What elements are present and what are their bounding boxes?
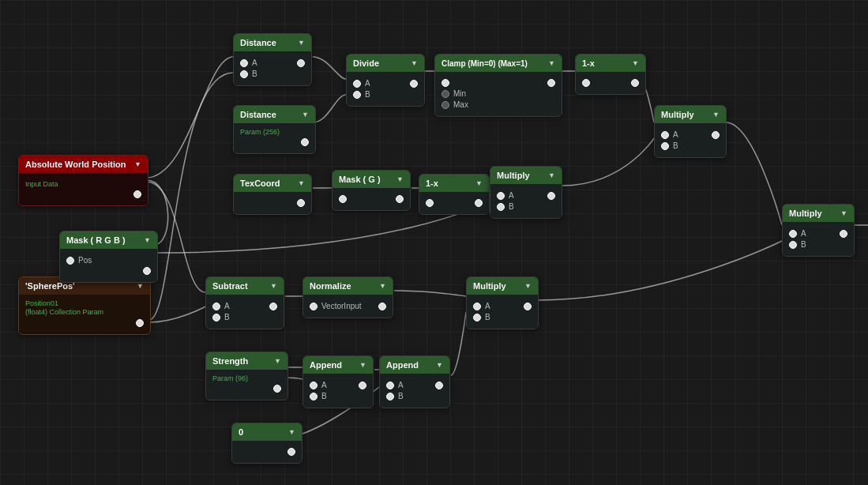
node-divide-out-port (410, 80, 418, 88)
node-multiply-right-b-row: B (661, 141, 720, 150)
node-spherepos-output (25, 319, 144, 327)
node-multiply-mid-a-label: A (485, 302, 490, 310)
node-multiply-mid-a-row: A (473, 302, 532, 310)
node-multiply-mid-a-port (473, 303, 481, 310)
node-texcoord-header: TexCoord ▼ (234, 175, 311, 192)
node-spherepos-arrow: ▼ (137, 282, 144, 290)
node-normalize-header: Normalize ▼ (303, 277, 393, 295)
node-clamp-body: Min Max (435, 72, 562, 116)
node-multiply-final-out-port (840, 230, 847, 238)
node-distance2-title: Distance (240, 110, 276, 119)
node-mask-g-arrow: ▼ (396, 175, 404, 183)
node-mask-rgb-body: Pos (60, 249, 157, 282)
node-clamp-title: Clamp (Min=0) (Max=1) (442, 59, 528, 68)
node-spherepos-out-port (136, 319, 144, 327)
node-clamp-out-port (547, 79, 555, 87)
node-append-b-label-a: A (398, 381, 404, 389)
node-awp-body: Input Data (19, 173, 148, 205)
node-multiply-final: Multiply ▼ A B (782, 204, 855, 257)
node-multiply-right-a-label: A (673, 130, 678, 139)
node-multiply-mid-b-row: B (473, 313, 532, 321)
node-one-minus-x1-title: 1-x (426, 179, 438, 188)
node-normalize-title: Normalize (310, 281, 351, 291)
node-append-a: Append ▼ A B (302, 355, 374, 408)
node-multiply-mid-body: A B (467, 295, 538, 329)
node-distance1-arrow: ▼ (298, 39, 305, 47)
node-multiply-right-header: Multiply ▼ (655, 106, 726, 123)
node-divide-b-port (353, 91, 361, 99)
node-one-minus-x1-body (419, 192, 489, 214)
node-divide-header: Divide ▼ (347, 55, 424, 72)
node-multiply-final-a-port (789, 230, 797, 238)
node-texcoord-body (234, 192, 311, 214)
node-distance1-title: Distance (240, 38, 276, 47)
node-append-a-label-b: B (321, 392, 327, 400)
node-multiply-top: Multiply ▼ A B (490, 166, 562, 219)
node-clamp-in-row (442, 79, 555, 87)
node-multiply-right-title: Multiply (661, 110, 694, 119)
node-multiply-right-b-label: B (673, 141, 678, 150)
node-multiply-top-b-port (497, 203, 505, 211)
node-multiply-top-a-label: A (509, 191, 514, 200)
node-append-b-header: Append ▼ (380, 356, 449, 374)
node-append-b-body: A B (380, 374, 449, 408)
node-divide-a-label: A (365, 79, 370, 88)
node-texcoord: TexCoord ▼ (233, 174, 312, 215)
node-distance1-out-port (297, 59, 305, 67)
node-clamp-min-port (442, 90, 449, 98)
node-texcoord-output (240, 199, 305, 207)
node-spherepos-body: Position01 (float4) Collection Param (19, 295, 150, 334)
node-divide-arrow: ▼ (411, 59, 418, 67)
node-strength-header: Strength ▼ (206, 352, 287, 370)
node-append-a-out-port (359, 382, 366, 389)
node-multiply-top-out-port (547, 192, 555, 200)
node-append-a-body: A B (303, 374, 373, 408)
node-subtract-b-port (212, 314, 220, 321)
node-multiply-top-a-port (497, 192, 505, 200)
node-distance1-a-row: A (240, 58, 305, 67)
node-mask-g-header: Mask ( G ) ▼ (333, 171, 410, 188)
node-multiply-final-body: A B (783, 222, 854, 256)
node-append-b-in-a (386, 382, 394, 389)
node-distance1-a-port (240, 59, 248, 67)
node-distance1-b-label: B (252, 70, 257, 78)
node-subtract-body: A B (206, 295, 284, 329)
node-strength-body: Param (96) (206, 370, 287, 400)
node-multiply-right-out-port (712, 131, 720, 139)
node-zero-title: 0 (239, 427, 243, 437)
node-strength-output (212, 385, 281, 393)
node-multiply-top-b-label: B (509, 202, 514, 211)
node-multiply-top-a-row: A (497, 191, 555, 200)
node-subtract-b-row: B (212, 313, 277, 321)
node-strength: Strength ▼ Param (96) (205, 352, 288, 400)
node-distance1-header: Distance ▼ (234, 34, 311, 51)
node-append-b-out-port (435, 382, 443, 389)
node-strength-out-port (273, 385, 281, 393)
node-awp-title: Absolute World Position (25, 160, 126, 169)
node-one-minus-x2-arrow: ▼ (632, 59, 639, 67)
node-multiply-mid-out-port (524, 303, 532, 310)
node-awp-arrow: ▼ (134, 160, 141, 168)
node-normalize-vi-row: VectorInput (310, 302, 386, 310)
node-distance2: Distance ▼ Param (256) (233, 105, 316, 154)
node-clamp-max-row: Max (442, 100, 555, 109)
node-multiply-top-arrow: ▼ (548, 171, 555, 179)
node-divide-body: A B (347, 72, 424, 106)
node-zero-body (232, 441, 302, 463)
node-distance1-body: A B (234, 51, 311, 85)
node-multiply-top-header: Multiply ▼ (490, 167, 562, 184)
node-normalize-body: VectorInput (303, 295, 393, 318)
node-texcoord-out-port (297, 199, 305, 207)
node-append-a-row2: B (310, 392, 366, 400)
node-divide-title: Divide (353, 58, 379, 68)
node-append-a-header: Append ▼ (303, 356, 373, 374)
node-mask-rgb-title: Mask ( R G B ) (66, 235, 126, 245)
node-mask-g: Mask ( G ) ▼ (332, 170, 411, 211)
node-strength-subtitle: Param (96) (212, 374, 281, 382)
node-mask-g-out-port (396, 195, 404, 203)
node-one-minus-x2-row (582, 79, 639, 87)
node-one-minus-x1-out-port (475, 199, 483, 207)
node-append-b-in-b (386, 393, 394, 400)
node-clamp-in-port (442, 79, 449, 87)
node-multiply-mid-arrow: ▼ (524, 282, 532, 290)
